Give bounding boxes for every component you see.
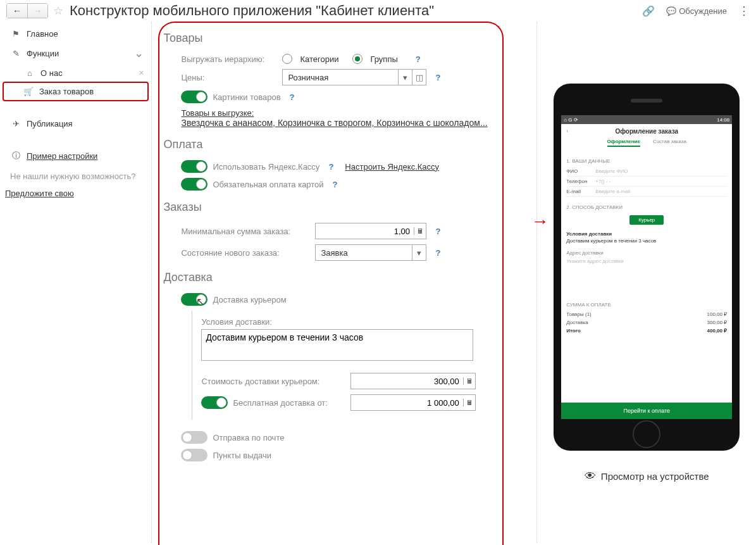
- summary-delivery: Доставка300,00 ₽: [566, 318, 727, 327]
- sidebar-item-about[interactable]: ⌂ О нас: [5, 64, 149, 82]
- link-icon[interactable]: 🔗: [642, 5, 655, 17]
- goods-export-link[interactable]: Товары к выгрузке:: [181, 108, 536, 118]
- yandex-setup-link[interactable]: Настроить Яндекс.Кассу: [345, 162, 439, 172]
- state-label: Состояние нового заказа:: [181, 248, 310, 258]
- calculator-icon[interactable]: 🖩: [463, 377, 476, 385]
- home-icon: ⌂: [24, 68, 35, 78]
- sidebar-label: О нас: [40, 68, 63, 78]
- sidebar-item-publication[interactable]: ✈ Публикация: [5, 115, 149, 132]
- pay-button[interactable]: Перейти к оплате: [561, 403, 732, 419]
- min-sum-field[interactable]: [316, 227, 414, 236]
- preview-on-device-link[interactable]: 👁 Просмотр на устройстве: [585, 470, 709, 483]
- sidebar: ⚑ Главное ✎ Функции ⌄ ⌂ О нас 🛒 Заказ то…: [0, 22, 152, 542]
- toggle-yandex[interactable]: [181, 160, 208, 173]
- conditions-text: Доставим курьером в течении 3 часов: [566, 238, 727, 244]
- help-icon[interactable]: ?: [435, 73, 440, 82]
- sidebar-note: Не нашли нужную возможность?: [5, 165, 149, 185]
- section-your-data: 1. ВАШИ ДАННЫЕ: [566, 158, 727, 164]
- toggle-card-required[interactable]: [181, 178, 208, 191]
- field-fio[interactable]: ФИОВведите ФИО: [566, 166, 727, 177]
- goods-export-list[interactable]: Звездочка с ананасом, Корзиночка с творо…: [181, 118, 536, 128]
- info-icon: ⓘ: [10, 150, 22, 161]
- section-delivery-method: 2. СПОСОБ ДОСТАВКИ: [566, 204, 727, 210]
- field-email[interactable]: E-mailВведите e-mail: [566, 187, 727, 197]
- status-left: ⌂ G ⟳: [564, 117, 578, 123]
- radio-groups-label: Группы: [370, 54, 397, 64]
- sidebar-label: Функции: [27, 49, 59, 58]
- preview-label: Просмотр на устройстве: [601, 471, 709, 482]
- back-icon[interactable]: ‹: [566, 128, 568, 134]
- free-field[interactable]: [351, 398, 462, 408]
- screen-header: ‹ Оформление заказа Оформление Состав за…: [561, 124, 732, 149]
- help-icon[interactable]: ?: [333, 180, 338, 189]
- discuss-button[interactable]: 💬 Обсуждение: [666, 6, 727, 16]
- discuss-label: Обсуждение: [679, 6, 727, 16]
- eye-icon: 👁: [585, 470, 596, 483]
- chat-icon: 💬: [666, 6, 676, 16]
- calculator-icon[interactable]: 🖩: [414, 227, 426, 235]
- card-label: Обязательная оплата картой: [213, 180, 323, 189]
- toggle-courier[interactable]: [181, 293, 208, 306]
- min-sum-input[interactable]: 🖩: [315, 223, 426, 239]
- hierarchy-label: Выгружать иерархию:: [181, 54, 277, 64]
- price-select[interactable]: Розничная ▾ ◫: [282, 69, 426, 85]
- dropdown-icon[interactable]: ▾: [412, 245, 426, 260]
- min-sum-label: Минимальная сумма заказа:: [181, 227, 310, 236]
- help-icon[interactable]: ?: [435, 248, 440, 258]
- page-title: Конструктор мобильного приложения "Кабин…: [70, 3, 642, 19]
- state-select[interactable]: Заявка ▾: [315, 244, 426, 261]
- sidebar-item-functions[interactable]: ✎ Функции ⌄: [5, 42, 149, 64]
- section-orders-title: Заказы: [163, 201, 536, 214]
- dropdown-icon[interactable]: ▾: [398, 70, 412, 85]
- preview-panel: → ⌂ G ⟳ 14:08 ‹ Оформление заказа Оформл…: [537, 22, 756, 542]
- courier-button[interactable]: Курьер: [629, 215, 664, 225]
- help-icon[interactable]: ?: [416, 54, 421, 64]
- conditions-textarea[interactable]: [201, 329, 473, 361]
- state-value: Заявка: [316, 248, 412, 258]
- cost-input[interactable]: 🖩: [350, 373, 476, 389]
- nav-back-button[interactable]: ←: [7, 4, 27, 18]
- toggle-pickup[interactable]: [181, 449, 208, 461]
- free-input[interactable]: 🖩: [350, 394, 476, 411]
- sidebar-label: Пример настройки: [27, 151, 97, 161]
- tab-order-content[interactable]: Состав заказа: [653, 139, 686, 147]
- open-dialog-icon[interactable]: ◫: [412, 70, 426, 85]
- help-icon[interactable]: ?: [435, 227, 440, 236]
- section-delivery-title: Доставка: [163, 271, 536, 284]
- kebab-menu-icon[interactable]: ⋮: [738, 4, 750, 18]
- sidebar-item-main[interactable]: ⚑ Главное: [5, 25, 149, 42]
- sum-head: СУММА К ОПЛАТЕ: [566, 302, 727, 308]
- phone-screen: ⌂ G ⟳ 14:08 ‹ Оформление заказа Оформлен…: [561, 115, 732, 419]
- sidebar-suggest-link[interactable]: Предложите свою: [5, 185, 149, 202]
- suggest-label: Предложите свою: [5, 189, 74, 198]
- tab-checkout[interactable]: Оформление: [607, 139, 640, 147]
- cost-label: Стоимость доставки курьером:: [201, 377, 345, 386]
- phone-statusbar: ⌂ G ⟳ 14:08: [561, 115, 732, 124]
- sidebar-item-order-goods[interactable]: 🛒 Заказ товаров: [3, 82, 149, 101]
- basket-icon: 🛒: [23, 87, 34, 96]
- toggle-pictures[interactable]: [181, 91, 208, 103]
- nav-buttons: ← →: [6, 3, 48, 18]
- pictures-label: Картинки товаров: [213, 92, 280, 102]
- prices-label: Цены:: [181, 73, 277, 82]
- yandex-label: Использовать Яндекс.Кассу: [213, 162, 319, 172]
- sidebar-item-example[interactable]: ⓘ Пример настройки: [5, 146, 149, 165]
- cost-field[interactable]: [351, 377, 462, 386]
- radio-groups[interactable]: [352, 54, 363, 64]
- toggle-free-delivery[interactable]: [201, 396, 228, 409]
- conditions-label: Условия доставки:: [201, 317, 536, 327]
- sidebar-label: Заказ товаров: [39, 87, 94, 96]
- summary-goods: Товары (1)100,00 ₽: [566, 310, 727, 318]
- nav-forward-button[interactable]: →: [27, 4, 47, 18]
- pickup-label: Пункты выдачи: [213, 451, 271, 460]
- sidebar-label: Публикация: [27, 119, 73, 128]
- help-icon[interactable]: ?: [290, 92, 295, 102]
- status-time: 14:08: [717, 117, 729, 123]
- favorite-star-icon[interactable]: ☆: [53, 4, 63, 18]
- calculator-icon[interactable]: 🖩: [463, 399, 476, 406]
- field-phone[interactable]: Телефон+7() - -: [566, 177, 727, 187]
- page-header: ← → ☆ Конструктор мобильного приложения …: [0, 0, 756, 22]
- radio-categories[interactable]: [282, 54, 292, 64]
- help-icon[interactable]: ?: [328, 162, 333, 172]
- toggle-post[interactable]: [181, 431, 208, 444]
